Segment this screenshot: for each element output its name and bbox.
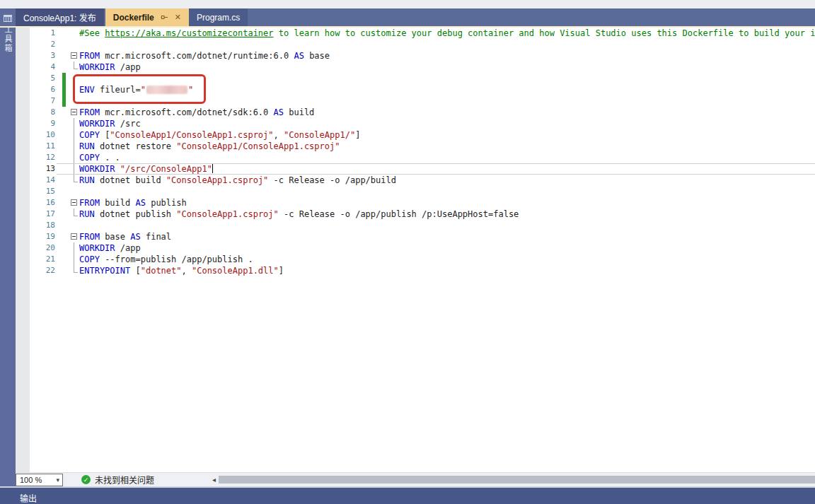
code-line-19[interactable]: 19FROM base AS final [16, 231, 815, 242]
line-number[interactable]: 5 [16, 73, 61, 84]
code-line-18[interactable]: 18 [16, 220, 815, 231]
outlining-margin [69, 265, 79, 276]
code-line-8[interactable]: 8FROM mcr.microsoft.com/dotnet/sdk:6.0 A… [16, 107, 815, 118]
code-line-17[interactable]: 17RUN dotnet publish "ConsoleApp1.csproj… [16, 209, 815, 220]
code-line-15[interactable]: 15 [16, 186, 815, 197]
code-text [79, 220, 815, 231]
change-tracking-bar [61, 84, 69, 95]
line-number[interactable]: 15 [16, 186, 61, 197]
line-number[interactable]: 7 [16, 95, 61, 107]
line-number[interactable]: 19 [16, 231, 61, 242]
code-line-3[interactable]: 3FROM mcr.microsoft.com/dotnet/runtime:6… [16, 50, 815, 61]
code-line-7[interactable]: 7 [16, 95, 815, 107]
zoom-level-select[interactable]: 100 % ▾ [16, 474, 63, 486]
outlining-margin [69, 141, 79, 152]
code-line-5[interactable]: 5 [16, 73, 815, 84]
outlining-margin [69, 175, 79, 186]
line-number[interactable]: 13 [16, 163, 61, 175]
scrollbar-thumb[interactable] [219, 476, 815, 484]
line-number[interactable]: 2 [16, 39, 61, 50]
collapse-region-icon[interactable] [71, 52, 77, 59]
tab-label: Dockerfile [113, 13, 154, 23]
tab-consoleapp1[interactable]: ConsoleApp1: 发布 [16, 8, 104, 26]
line-number[interactable]: 16 [16, 197, 61, 209]
code-line-12[interactable]: 12COPY . . [16, 152, 815, 163]
selection-margin [61, 186, 69, 197]
code-line-9[interactable]: 9WORKDIR /src [16, 118, 815, 129]
line-number[interactable]: 20 [16, 242, 61, 254]
code-text: ENV fileurl="" [79, 84, 815, 95]
line-number[interactable]: 8 [16, 107, 61, 118]
outlining-margin[interactable] [69, 231, 79, 242]
outlining-margin [69, 129, 79, 141]
visual-studio-window: 工具箱 ConsoleApp1: 发布Dockerfile✕Program.cs… [0, 0, 815, 504]
document-tab-bar: ConsoleApp1: 发布Dockerfile✕Program.cs [16, 8, 815, 26]
code-line-2[interactable]: 2 [16, 39, 815, 50]
code-line-1[interactable]: 1#See https://aka.ms/customizecontainer … [16, 28, 815, 39]
code-line-22[interactable]: 22ENTRYPOINT ["dotnet", "ConsoleApp1.dll… [16, 265, 815, 276]
selection-margin [61, 107, 69, 118]
outlining-margin [69, 152, 79, 163]
code-text: COPY --from=publish /app/publish . [79, 254, 815, 265]
check-icon: ✓ [81, 475, 91, 484]
outlining-margin [69, 220, 79, 231]
scroll-left-icon[interactable]: ◂ [209, 476, 219, 484]
tab-label: ConsoleApp1: 发布 [23, 11, 96, 23]
outlining-margin[interactable] [69, 107, 79, 118]
close-icon[interactable]: ✕ [175, 13, 181, 21]
outlining-margin [69, 242, 79, 254]
selection-margin [61, 265, 69, 276]
outlining-margin [69, 61, 79, 73]
line-number[interactable]: 21 [16, 254, 61, 265]
line-number[interactable]: 9 [16, 118, 61, 129]
text-cursor [212, 164, 213, 173]
line-number[interactable]: 3 [16, 50, 61, 61]
line-number[interactable]: 14 [16, 175, 61, 186]
collapse-region-icon[interactable] [71, 109, 77, 115]
collapse-region-icon[interactable] [71, 199, 77, 206]
code-line-10[interactable]: 10COPY ["ConsoleApp1/ConsoleApp1.csproj"… [16, 129, 815, 141]
code-line-13[interactable]: 13WORKDIR "/src/ConsoleApp1" [16, 163, 815, 175]
pin-icon[interactable] [161, 13, 168, 21]
code-line-6[interactable]: 6ENV fileurl="" [16, 84, 815, 95]
selection-margin [61, 129, 69, 141]
selection-margin [61, 61, 69, 73]
outlining-margin [69, 84, 79, 95]
line-number[interactable]: 11 [16, 141, 61, 152]
tab-dockerfile[interactable]: Dockerfile✕ [105, 8, 189, 26]
line-number[interactable]: 4 [16, 61, 61, 73]
selection-margin [61, 163, 69, 175]
code-line-20[interactable]: 20WORKDIR /app [16, 242, 815, 254]
toolbox-icon [4, 15, 12, 22]
output-panel-title[interactable]: 输出 [20, 492, 37, 504]
outlining-margin [69, 163, 79, 175]
code-text [79, 73, 815, 84]
code-line-16[interactable]: 16FROM build AS publish [16, 197, 815, 209]
code-text: WORKDIR /app [79, 242, 815, 254]
line-number[interactable]: 17 [16, 209, 61, 220]
outlining-margin[interactable] [69, 197, 79, 209]
line-number[interactable]: 6 [16, 84, 61, 95]
line-number[interactable]: 1 [16, 28, 61, 39]
code-text: RUN dotnet build "ConsoleApp1.csproj" -c… [79, 175, 815, 186]
collapse-region-icon[interactable] [71, 233, 77, 240]
line-number[interactable]: 18 [16, 220, 61, 231]
tab-program-cs[interactable]: Program.cs [189, 8, 248, 26]
outlining-margin[interactable] [69, 50, 79, 61]
selection-margin [61, 28, 69, 39]
code-line-21[interactable]: 21COPY --from=publish /app/publish . [16, 254, 815, 265]
code-editor[interactable]: 1#See https://aka.ms/customizecontainer … [16, 28, 815, 472]
horizontal-scrollbar[interactable]: ◂ [209, 473, 815, 486]
line-number[interactable]: 12 [16, 152, 61, 163]
line-number[interactable]: 22 [16, 265, 61, 276]
selection-margin [61, 242, 69, 254]
line-number[interactable]: 10 [16, 129, 61, 141]
outlining-margin [69, 254, 79, 265]
selection-margin [61, 141, 69, 152]
code-line-14[interactable]: 14RUN dotnet build "ConsoleApp1.csproj" … [16, 175, 815, 186]
code-line-11[interactable]: 11RUN dotnet restore "ConsoleApp1/Consol… [16, 141, 815, 152]
document-health-indicator[interactable]: ✓ 未找到相关问题 [81, 474, 154, 486]
code-line-4[interactable]: 4WORKDIR /app [16, 61, 815, 73]
toolbox-collapsed-tab[interactable]: 工具箱 [0, 8, 16, 486]
code-lines: 1#See https://aka.ms/customizecontainer … [16, 28, 815, 276]
